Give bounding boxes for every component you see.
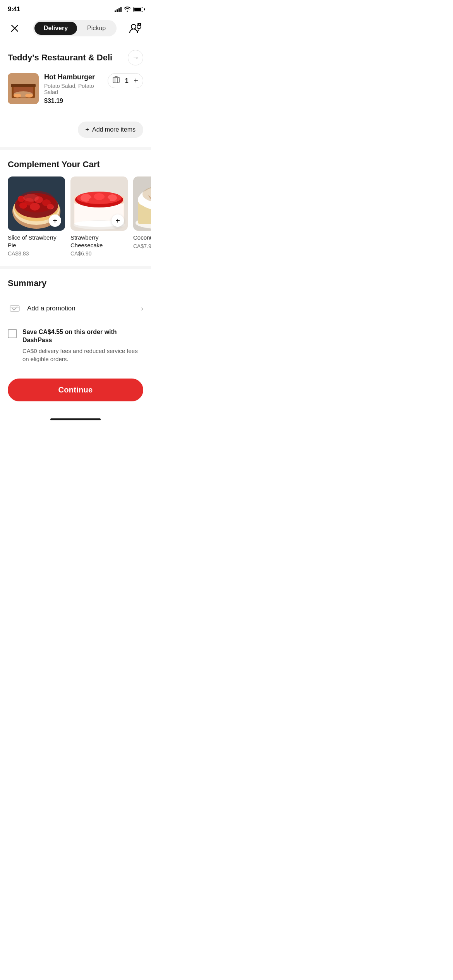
add-more-icon: + — [86, 126, 89, 133]
svg-point-2 — [131, 24, 136, 29]
signal-icon — [115, 7, 122, 12]
nav-bar: Delivery Pickup + — [0, 16, 151, 42]
add-more-items-button[interactable]: + Add more items — [78, 122, 143, 138]
close-button[interactable] — [8, 21, 22, 35]
complement-name-3: Coconut Cream Pie — [133, 234, 151, 242]
home-bar — [50, 418, 101, 420]
group-order-button[interactable]: + — [128, 21, 143, 36]
dashpass-description: CA$0 delivery fees and reduced service f… — [22, 347, 143, 363]
promotion-icon — [8, 302, 22, 315]
cart-item-image — [8, 73, 39, 104]
promotion-left: Add a promotion — [8, 302, 76, 315]
status-icons — [115, 6, 143, 13]
summary-section: Summary Add a promotion › Save CA$4.55 o… — [0, 269, 151, 379]
increase-quantity-button[interactable]: + — [134, 76, 138, 85]
complement-price-1: CA$8.83 — [8, 250, 65, 257]
food-image-svg — [8, 73, 39, 104]
pickup-tab[interactable]: Pickup — [78, 22, 115, 35]
complement-title: Complement Your Cart — [8, 159, 151, 170]
cart-item-description: Potato Salad, Potato Salad — [44, 83, 102, 95]
dashpass-text: Save CA$4.55 on this order with DashPass… — [22, 328, 143, 363]
cart-item-price: $31.19 — [44, 98, 102, 105]
status-time: 9:41 — [8, 5, 20, 13]
complement-card-3[interactable]: + Coconut Cream Pie CA$7.99 — [133, 176, 151, 257]
add-complement-2-button[interactable]: + — [112, 214, 124, 227]
promotion-label: Add a promotion — [27, 305, 76, 312]
promotion-chevron-icon: › — [141, 305, 143, 313]
add-complement-1-button[interactable]: + — [49, 214, 61, 227]
complement-price-2: CA$6.90 — [70, 250, 128, 257]
dashpass-title: Save CA$4.55 on this order with DashPass — [22, 328, 143, 344]
add-more-section: + Add more items — [0, 118, 151, 147]
complement-card-1[interactable]: + Slice of Strawberry Pie CA$8.83 — [8, 176, 65, 257]
delivery-tab[interactable]: Delivery — [34, 22, 77, 35]
status-bar: 9:41 — [0, 0, 151, 16]
svg-rect-13 — [113, 78, 119, 83]
complement-scroll: + Slice of Strawberry Pie CA$8.83 — [8, 176, 151, 257]
restaurant-link-button[interactable]: → — [128, 50, 143, 65]
svg-rect-9 — [11, 84, 36, 87]
svg-rect-65 — [10, 305, 19, 312]
dashpass-checkbox[interactable] — [8, 329, 17, 338]
battery-icon — [133, 7, 143, 12]
svg-point-30 — [17, 191, 56, 212]
cart-item-details: Hot Hamburger Potato Salad, Potato Salad… — [44, 73, 102, 105]
quantity-value: 1 — [124, 77, 129, 84]
home-indicator — [0, 414, 151, 423]
cart-item: Hot Hamburger Potato Salad, Potato Salad… — [8, 73, 143, 105]
cart-item-name: Hot Hamburger — [44, 73, 102, 81]
svg-point-42 — [102, 198, 110, 203]
dashpass-row: Save CA$4.55 on this order with DashPass… — [8, 321, 143, 372]
restaurant-section: Teddy's Restaurant & Deli → Hot Hamburge… — [0, 42, 151, 118]
svg-point-11 — [14, 94, 21, 98]
continue-button[interactable]: Continue — [8, 379, 143, 401]
section-divider-1 — [0, 147, 151, 150]
complement-card-2[interactable]: + Strawberry Cheesecake CA$6.90 — [70, 176, 128, 257]
promotion-row[interactable]: Add a promotion › — [8, 296, 143, 321]
section-divider-2 — [0, 266, 151, 269]
wifi-icon — [124, 6, 131, 13]
quantity-control: 1 + — [108, 73, 143, 88]
continue-section: Continue — [0, 379, 151, 414]
delete-item-button[interactable] — [113, 76, 120, 86]
add-more-label: Add more items — [92, 126, 136, 133]
summary-title: Summary — [8, 278, 143, 288]
restaurant-name: Teddy's Restaurant & Deli — [8, 53, 112, 63]
complement-section: Complement Your Cart — [0, 150, 151, 266]
complement-img-2: + — [70, 176, 128, 231]
svg-point-12 — [25, 94, 33, 98]
svg-point-41 — [89, 198, 96, 203]
complement-name-2: Strawberry Cheesecake — [70, 234, 128, 249]
complement-price-3: CA$7.99 — [133, 243, 151, 249]
complement-name-1: Slice of Strawberry Pie — [8, 234, 65, 249]
svg-point-31 — [23, 194, 39, 202]
complement-img-3: + — [133, 176, 151, 231]
restaurant-header: Teddy's Restaurant & Deli → — [8, 50, 143, 65]
svg-text:+: + — [139, 23, 141, 26]
complement-img-1: + — [8, 176, 65, 231]
delivery-pickup-toggle: Delivery Pickup — [33, 20, 117, 36]
